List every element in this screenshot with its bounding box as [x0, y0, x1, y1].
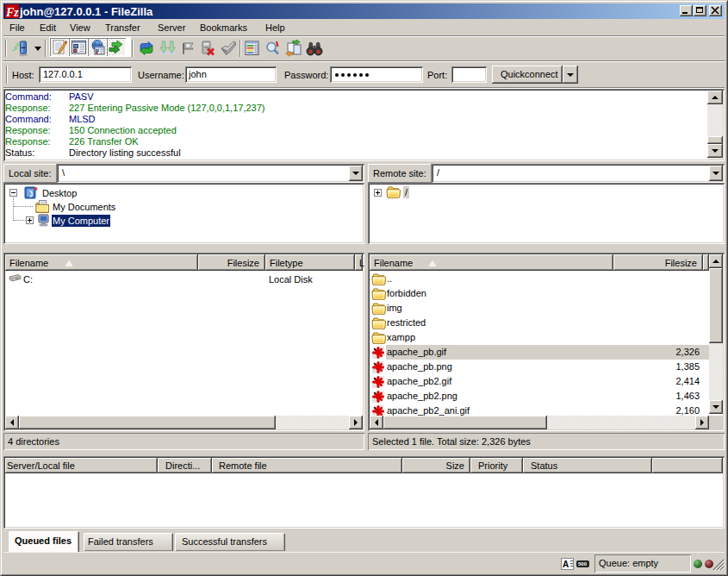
svg-text:Fz: Fz: [5, 6, 19, 19]
